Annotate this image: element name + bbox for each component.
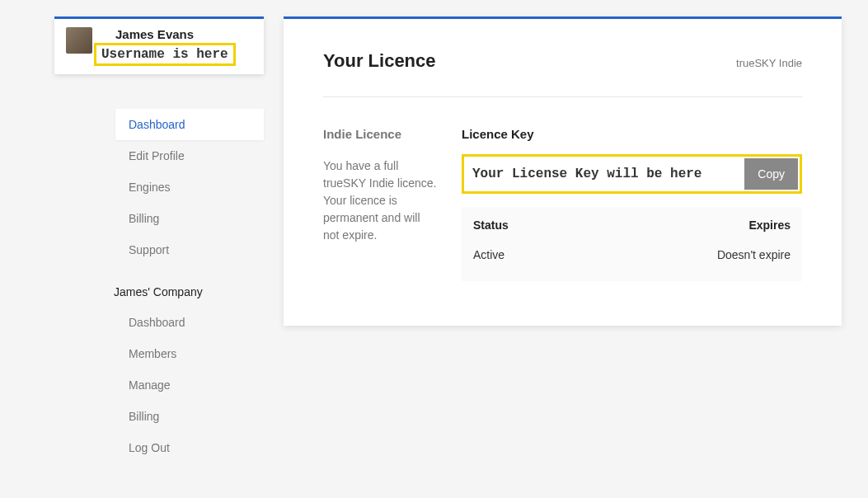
nav-personal: Dashboard Edit Profile Engines Billing S…	[54, 109, 264, 463]
nav-company-header: James' Company	[114, 265, 264, 307]
licence-type-label: trueSKY Indie	[736, 57, 802, 69]
expires-header-label: Expires	[748, 218, 791, 232]
nav-company-manage[interactable]: Manage	[115, 369, 264, 401]
nav-logout[interactable]: Log Out	[115, 432, 264, 463]
copy-button[interactable]: Copy	[744, 158, 798, 190]
username-highlight: Username is here	[94, 43, 236, 66]
nav-engines[interactable]: Engines	[115, 171, 264, 203]
licence-description: You have a full trueSKY Indie licence. Y…	[323, 157, 439, 244]
user-name: James Evans	[101, 27, 254, 41]
nav-dashboard[interactable]: Dashboard	[115, 109, 264, 140]
nav-billing[interactable]: Billing	[115, 203, 264, 234]
user-card: James Evans Username is here	[54, 16, 264, 74]
avatar	[66, 27, 92, 54]
nav-edit-profile[interactable]: Edit Profile	[115, 140, 264, 171]
status-header-label: Status	[473, 218, 509, 232]
licence-key-box: Your License Key will be here Copy	[462, 154, 802, 194]
status-value: Active	[473, 248, 504, 261]
licence-status-table: Status Expires Active Doesn't expire	[462, 207, 802, 281]
nav-support[interactable]: Support	[115, 234, 264, 265]
nav-company-members[interactable]: Members	[115, 338, 264, 369]
licence-card: Your Licence trueSKY Indie Indie Licence…	[284, 16, 842, 326]
nav-company-billing[interactable]: Billing	[115, 401, 264, 432]
licence-heading: Indie Licence	[323, 127, 439, 141]
licence-key-value[interactable]: Your License Key will be here	[464, 157, 743, 191]
licence-key-heading: Licence Key	[462, 127, 802, 141]
expires-value: Doesn't expire	[717, 248, 791, 261]
page-title: Your Licence	[323, 50, 436, 72]
nav-company-dashboard[interactable]: Dashboard	[115, 307, 264, 338]
